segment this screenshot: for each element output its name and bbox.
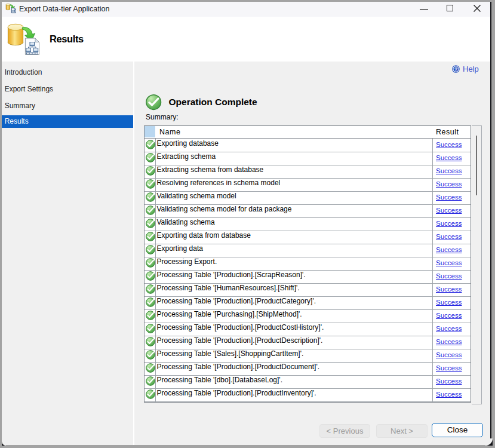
svg-text:?: ? xyxy=(454,66,458,72)
